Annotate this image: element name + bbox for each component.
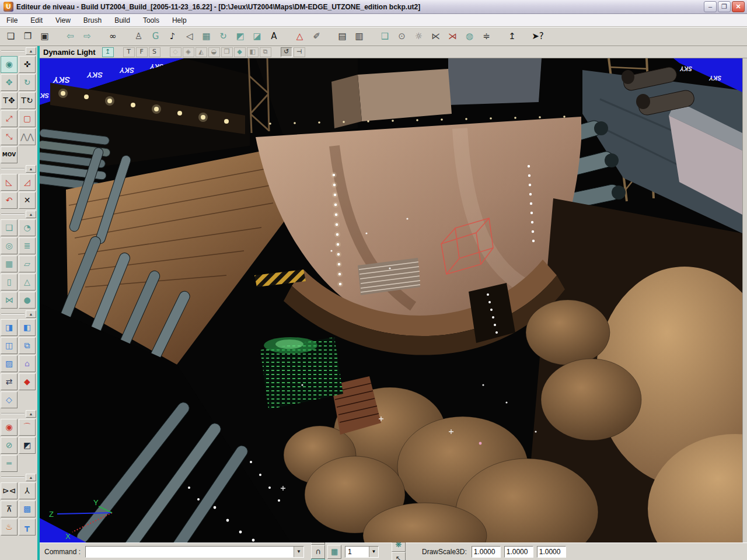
build-all-button[interactable]: ◍ bbox=[462, 29, 477, 44]
new-map-button[interactable]: ❏ bbox=[3, 29, 19, 44]
drawscale-z-input[interactable] bbox=[537, 546, 566, 558]
menu-build[interactable]: Build bbox=[108, 15, 137, 26]
dynamic-light-mode-button[interactable]: ◆ bbox=[234, 47, 246, 57]
drag-grid-toggle-button[interactable]: ▦ bbox=[327, 545, 341, 559]
add-mover-brush-button[interactable]: ⇄ bbox=[1, 373, 18, 390]
build-lighting-button[interactable]: ⊙ bbox=[394, 29, 410, 44]
build-geometry-button[interactable]: △ bbox=[292, 29, 308, 44]
csg-add-button[interactable]: ◨ bbox=[1, 319, 18, 336]
texture-browser-button[interactable]: ▦ bbox=[198, 29, 214, 44]
actor-class-browser-button[interactable]: ♙ bbox=[131, 29, 146, 44]
lock-selections-button[interactable]: ∩ bbox=[311, 545, 325, 559]
command-input[interactable] bbox=[86, 547, 294, 557]
command-combobox[interactable]: ▼ bbox=[85, 546, 304, 558]
search-actors-button[interactable]: ∞ bbox=[105, 29, 121, 44]
drawscale-y-input[interactable] bbox=[504, 546, 533, 558]
static-mesh-browser-button[interactable]: ◪ bbox=[249, 29, 265, 44]
menu-help[interactable]: Help bbox=[166, 15, 193, 26]
toolbox-scroll-modes-button[interactable]: ▲ bbox=[26, 47, 36, 55]
menu-brush[interactable]: Brush bbox=[77, 15, 108, 26]
hide-selected-button[interactable]: ⌒ bbox=[19, 419, 36, 436]
rebuild-geometry-button[interactable]: ❑ bbox=[377, 29, 393, 44]
snap-scale-button[interactable]: ⤡ bbox=[1, 128, 18, 145]
side-view-button[interactable]: S bbox=[149, 47, 160, 57]
sound-browser-button[interactable]: ◁ bbox=[181, 29, 197, 44]
prefab-browser-button[interactable]: ◩ bbox=[232, 29, 248, 44]
build-ai-paths-button[interactable]: ▤ bbox=[334, 29, 350, 44]
texture-usage-mode-button[interactable]: ◒ bbox=[208, 47, 220, 57]
camera-movement-button[interactable]: ◉ bbox=[1, 56, 18, 73]
align-viewport-cameras-button[interactable]: ♨ bbox=[1, 519, 18, 536]
minimize-button[interactable]: – bbox=[704, 1, 717, 12]
add-special-brush-button[interactable]: ▨ bbox=[1, 355, 18, 372]
3d-viewport[interactable]: SKY SKY SKY SKY SKY bbox=[40, 58, 742, 542]
mirror-x-axis-button[interactable]: ⊳⊲ bbox=[1, 482, 18, 499]
texture-rotate-button[interactable]: T↻ bbox=[19, 92, 36, 109]
terrain-editing-button[interactable]: ⋀⋀ bbox=[19, 128, 36, 145]
transform-permanently-button[interactable]: ▩ bbox=[19, 501, 36, 517]
build-paths-partial-button[interactable]: ⋉ bbox=[428, 29, 444, 44]
show-selected-only-button[interactable]: ◉ bbox=[1, 419, 18, 436]
maximize-viewport-button[interactable]: ↖ bbox=[392, 552, 406, 560]
toolbox-scroll-primitives-button[interactable]: ▲ bbox=[26, 211, 36, 218]
show-all-button[interactable]: ◩ bbox=[19, 437, 36, 454]
toolbox-scroll-visibility-button[interactable]: ▲ bbox=[26, 410, 36, 418]
menu-file[interactable]: File bbox=[0, 15, 24, 26]
cube-brush-button[interactable]: ❑ bbox=[1, 219, 18, 236]
invert-hidden-button[interactable]: ⊘ bbox=[1, 437, 18, 454]
toolbox-scroll-csg-button[interactable]: ▲ bbox=[26, 310, 36, 318]
brush-scale-button[interactable]: ⤢ bbox=[1, 110, 18, 127]
toolbox-scroll-mirroring-button[interactable]: ▲ bbox=[26, 474, 36, 481]
bsp-cuts-mode-button[interactable]: ◭ bbox=[196, 47, 207, 57]
undo-button[interactable]: ⇦ bbox=[62, 29, 78, 44]
mesh-browser-button[interactable]: ↻ bbox=[215, 29, 231, 44]
top-view-button[interactable]: T bbox=[123, 47, 135, 57]
csg-subtract-button[interactable]: ◧ bbox=[19, 319, 36, 336]
actor-scale-button[interactable]: ✥ bbox=[1, 74, 18, 91]
delete-clip-button[interactable]: ✕ bbox=[19, 192, 36, 209]
csg-deintersect-button[interactable]: ⧉ bbox=[19, 337, 36, 354]
spiral-staircase-brush-button[interactable]: ◎ bbox=[1, 237, 18, 254]
build-options-button[interactable]: ≑ bbox=[479, 29, 494, 44]
csg-intersect-button[interactable]: ◫ bbox=[1, 337, 18, 354]
play-map-button[interactable]: ↥ bbox=[504, 29, 520, 44]
vertex-editing-button[interactable]: ✜ bbox=[19, 56, 36, 73]
build-changed-lighting-button[interactable]: ☼ bbox=[411, 29, 427, 44]
zone-portal-mode-button[interactable]: ◈ bbox=[183, 47, 194, 57]
mirror-z-axis-button[interactable]: ⊼ bbox=[1, 501, 18, 517]
redo-button[interactable]: ⇨ bbox=[79, 29, 95, 44]
depth-complexity-mode-button[interactable]: ⧉ bbox=[260, 47, 271, 57]
brush-clip-button[interactable]: ◺ bbox=[1, 174, 18, 191]
viewport-pin-button[interactable]: ⊣ bbox=[294, 47, 305, 57]
play-in-viewport-button[interactable]: ↥ bbox=[102, 47, 114, 57]
plain-textures-mode-button[interactable]: ❒ bbox=[221, 47, 233, 57]
menu-edit[interactable]: Edit bbox=[24, 15, 49, 26]
textured-mode-button[interactable]: ◧ bbox=[247, 47, 259, 57]
build-paths-full-button[interactable]: ⋊ bbox=[445, 29, 460, 44]
polygon-select-button[interactable]: ▢ bbox=[19, 110, 36, 127]
open-map-button[interactable]: ❐ bbox=[20, 29, 36, 44]
align-markers-button[interactable]: ═ bbox=[1, 455, 18, 472]
front-view-button[interactable]: F bbox=[136, 47, 148, 57]
cylinder-brush-button[interactable]: ▯ bbox=[1, 274, 18, 290]
menu-view[interactable]: View bbox=[49, 15, 77, 26]
pipe-tool-button[interactable]: ┳ bbox=[19, 519, 36, 536]
restore-button[interactable]: ❐ bbox=[718, 1, 731, 12]
music-browser-button[interactable]: ♪ bbox=[165, 29, 180, 44]
sheet-brush-button[interactable]: ▱ bbox=[19, 256, 36, 272]
command-dropdown-arrow[interactable]: ▼ bbox=[294, 547, 303, 557]
curved-staircase-brush-button[interactable]: ◔ bbox=[19, 219, 36, 236]
actor-rotate-button[interactable]: ↻ bbox=[19, 74, 36, 91]
split-polygons-button[interactable]: ◿ bbox=[19, 174, 36, 191]
grid-size-select[interactable]: 1 ▼ bbox=[345, 546, 379, 558]
wireframe-mode-button[interactable]: ◇ bbox=[170, 47, 181, 57]
save-map-button[interactable]: ▣ bbox=[37, 29, 53, 44]
sphere-brush-button[interactable]: ● bbox=[19, 292, 36, 309]
build-options-buildings-button[interactable]: ▥ bbox=[351, 29, 367, 44]
linear-staircase-brush-button[interactable]: ≣ bbox=[19, 237, 36, 254]
mirror-y-axis-button[interactable]: ⅄ bbox=[19, 482, 36, 499]
font-browser-button[interactable]: A bbox=[266, 29, 282, 44]
group-browser-button[interactable]: G bbox=[148, 29, 163, 44]
realtime-preview-button[interactable]: ↺ bbox=[281, 47, 292, 57]
texture-pan-button[interactable]: T✥ bbox=[1, 92, 18, 109]
